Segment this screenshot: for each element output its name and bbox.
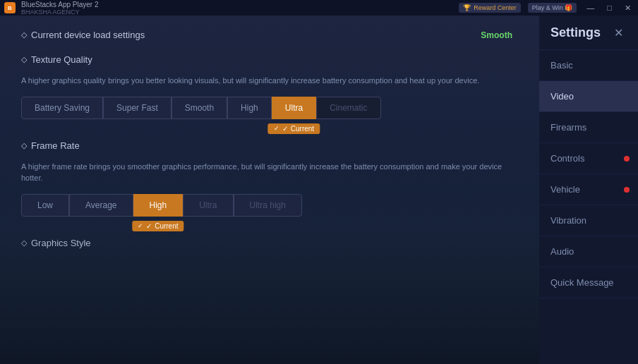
frame-average[interactable]: Average [69,194,133,217]
app-name-group: BlueStacks App Player 2 BHAKSHA AGENCY [21,1,99,16]
texture-super-fast[interactable]: Super Fast [103,97,171,119]
main-area: Current device load settings Smooth Text… [0,16,638,364]
reward-icon: 🏆 [463,4,471,11]
sidebar-item-audio[interactable]: Audio [539,236,638,267]
frame-rate-desc: A higher frame rate brings you smoother … [21,161,518,184]
texture-ultra[interactable]: Ultra ✓ Current [272,97,316,119]
graphics-style-title: Graphics Style [21,238,518,248]
settings-title: Settings [550,25,601,40]
sidebar-item-vibration[interactable]: Vibration [539,205,638,236]
checkmark-icon: ✓ [282,125,288,133]
sidebar-basic-label: Basic [550,60,573,71]
vehicle-notification-dot [624,187,630,193]
sidebar-video-label: Video [550,91,574,102]
sidebar-audio-label: Audio [550,246,574,257]
sidebar-firearms-label: Firearms [550,122,586,133]
sidebar-item-controls[interactable]: Controls [539,143,638,174]
title-bar-right: 🏆 Reward Center Play & Win 🎁 — □ ✕ [459,3,634,13]
sidebar-item-firearms[interactable]: Firearms [539,112,638,143]
app-name: BlueStacks App Player 2 [21,1,99,8]
sidebar-item-basic[interactable]: Basic [539,50,638,81]
texture-high[interactable]: High [227,97,272,119]
maximize-button[interactable]: □ [604,4,615,12]
frame-rate-section: Frame Rate A higher frame rate brings yo… [21,140,518,217]
device-load-section: Current device load settings Smooth [21,30,518,40]
sidebar-item-video[interactable]: Video [539,81,638,112]
frame-high[interactable]: High ✓ Current [133,194,183,217]
texture-smooth[interactable]: Smooth [171,97,227,119]
texture-quality-title: Texture Quality [21,54,518,65]
title-bar-left: B BlueStacks App Player 2 BHAKSHA AGENCY [4,1,99,16]
sidebar-quick-message-label: Quick Message [550,277,614,288]
sidebar-vibration-label: Vibration [550,215,586,226]
frame-current-badge: ✓ Current [132,221,183,231]
settings-sidebar: Settings ✕ Basic Video Firearms Controls… [539,16,638,364]
close-window-button[interactable]: ✕ [622,4,634,13]
texture-quality-buttons: Battery Saving Super Fast Smooth High Ul… [21,97,518,119]
title-bar: B BlueStacks App Player 2 BHAKSHA AGENCY… [0,0,638,16]
frame-ultra-high[interactable]: Ultra high [234,194,302,217]
frame-ultra[interactable]: Ultra [183,194,233,217]
graphics-style-section: Graphics Style [21,238,518,248]
sidebar-vehicle-label: Vehicle [550,184,580,195]
frame-rate-title: Frame Rate [21,140,518,151]
texture-quality-desc: A higher graphics quality brings you bet… [21,75,518,87]
frame-low[interactable]: Low [21,194,69,217]
sidebar-controls-label: Controls [550,153,584,164]
sidebar-item-quick-message[interactable]: Quick Message [539,267,638,298]
sidebar-menu: Basic Video Firearms Controls Vehicle Vi… [539,50,638,364]
frame-checkmark-icon: ✓ [146,222,152,230]
play-win[interactable]: Play & Win 🎁 [528,3,577,13]
device-load-status: Smooth [481,30,512,40]
settings-header: Settings ✕ [539,16,638,50]
content-panel: Current device load settings Smooth Text… [0,16,539,364]
texture-quality-section: Texture Quality A higher graphics qualit… [21,54,518,119]
controls-notification-dot [624,156,630,162]
texture-current-badge: ✓ Current [268,123,320,134]
frame-rate-buttons: Low Average High ✓ Current Ultra Ultra h… [21,194,518,217]
texture-battery-saving[interactable]: Battery Saving [21,97,103,119]
device-load-label: Current device load settings [21,30,145,40]
texture-btn-group: Battery Saving Super Fast Smooth High Ul… [21,97,518,119]
texture-cinematic[interactable]: Cinematic [316,97,380,119]
reward-center[interactable]: 🏆 Reward Center [459,3,521,13]
reward-label: Reward Center [474,4,517,11]
sidebar-item-vehicle[interactable]: Vehicle [539,174,638,205]
settings-close-button[interactable]: ✕ [610,24,627,41]
app-subtitle: BHAKSHA AGENCY [21,8,99,16]
frame-btn-group: Low Average High ✓ Current Ultra Ultra h… [21,194,518,217]
app-logo: B [4,2,16,13]
minimize-button[interactable]: — [584,4,597,12]
